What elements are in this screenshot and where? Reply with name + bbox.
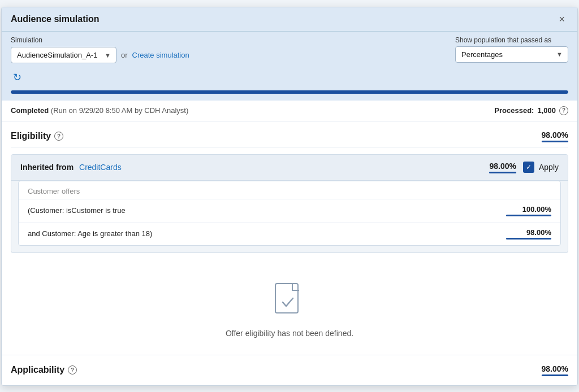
- eligibility-help-icon[interactable]: ?: [54, 132, 63, 141]
- population-label: Show population that passed as: [455, 36, 568, 44]
- status-text: Completed (Run on 9/29/20 8:50 AM by CDH…: [11, 106, 188, 115]
- simulation-select[interactable]: AudienceSimulation_A-1: [11, 47, 116, 63]
- refresh-bar: ↻: [2, 64, 577, 86]
- controls-bar: Simulation AudienceSimulation_A-1 ▼ or C…: [2, 32, 577, 64]
- eligibility-section-header: Eligibility ? 98.00%: [11, 121, 568, 147]
- simulation-select-wrapper: AudienceSimulation_A-1 ▼: [11, 47, 116, 63]
- create-simulation-link[interactable]: Create simulation: [132, 46, 189, 64]
- condition-text-1: (Customer: isCustomer is true: [28, 206, 126, 215]
- condition-value-wrapper-1: 100.00%: [506, 205, 551, 216]
- empty-state: Offer eligibility has not been defined.: [11, 260, 568, 355]
- condition-value-2: 98.00%: [506, 228, 551, 237]
- svg-rect-0: [275, 284, 298, 313]
- eligibility-title-text: Eligibility: [11, 131, 51, 141]
- eligibility-card: Inherited from CreditCards 98.00% ✓ Appl…: [11, 154, 568, 253]
- population-select[interactable]: Percentages Counts: [455, 46, 568, 63]
- applicability-section: Applicability ? 98.00%: [2, 355, 577, 385]
- condition-underline-1: [506, 215, 551, 216]
- processed-text: Processed: 1,000 ?: [494, 106, 568, 115]
- inherited-value-wrapper: 98.00%: [489, 162, 516, 173]
- processed-label: Processed:: [494, 106, 534, 115]
- status-detail: (Run on 9/29/20 8:50 AM by CDH Analyst): [51, 106, 189, 115]
- population-select-wrapper: Percentages Counts ▼: [455, 46, 568, 63]
- inherited-right-group: 98.00% ✓ Apply: [489, 162, 559, 173]
- eligibility-value: 98.00%: [542, 130, 568, 140]
- condition-text-2: and Customer: Age is greater than 18): [28, 229, 152, 238]
- processed-value: 1,000: [537, 106, 556, 115]
- progress-bar-background: [11, 90, 568, 94]
- applicability-help-icon[interactable]: ?: [68, 365, 77, 374]
- modal-title: Audience simulation: [11, 14, 99, 24]
- document-check-icon: [273, 282, 306, 322]
- content-area: Eligibility ? 98.00% Inherited from Cred…: [2, 121, 577, 355]
- applicability-value: 98.00%: [542, 364, 568, 373]
- status-row: Completed (Run on 9/29/20 8:50 AM by CDH…: [2, 101, 577, 121]
- simulation-selector-group: Simulation AudienceSimulation_A-1 ▼ or C…: [11, 36, 189, 64]
- close-button[interactable]: ×: [555, 13, 568, 25]
- applicability-title-group: Applicability ?: [11, 365, 77, 375]
- simulation-label: Simulation: [11, 36, 189, 44]
- applicability-underline: [542, 374, 568, 376]
- eligibility-value-wrapper: 98.00%: [542, 130, 568, 142]
- processed-help-icon[interactable]: ?: [559, 106, 568, 115]
- condition-row-1: (Customer: isCustomer is true 100.00%: [19, 199, 560, 223]
- conditions-block: Customer offers (Customer: isCustomer is…: [18, 181, 561, 246]
- progress-bar-fill: [11, 90, 568, 94]
- eligibility-title: Eligibility ?: [11, 131, 63, 141]
- apply-checkbox-icon[interactable]: ✓: [523, 162, 534, 173]
- condition-value-1: 100.00%: [506, 205, 551, 214]
- empty-state-text: Offer eligibility has not been defined.: [226, 329, 353, 338]
- refresh-button[interactable]: ↻: [11, 69, 24, 86]
- inherited-from-link[interactable]: CreditCards: [79, 163, 122, 172]
- condition-row-2: and Customer: Age is greater than 18) 98…: [19, 223, 560, 245]
- apply-label: Apply: [539, 163, 559, 172]
- inherited-label-group: Inherited from CreditCards: [20, 163, 122, 172]
- eligibility-underline: [542, 141, 568, 142]
- condition-value-wrapper-2: 98.00%: [506, 228, 551, 239]
- inherited-from-label: Inherited from: [20, 163, 74, 172]
- inherited-underline: [489, 172, 516, 173]
- status-completed-label: Completed: [11, 106, 49, 115]
- or-separator: or: [121, 46, 128, 64]
- inherited-row: Inherited from CreditCards 98.00% ✓ Appl…: [11, 155, 568, 181]
- population-selector-group: Show population that passed as Percentag…: [455, 36, 568, 63]
- applicability-value-wrapper: 98.00%: [542, 364, 568, 376]
- inherited-value: 98.00%: [489, 162, 516, 171]
- condition-underline-2: [506, 238, 551, 239]
- progress-container: [2, 86, 577, 101]
- conditions-group-label: Customer offers: [19, 181, 560, 199]
- audience-simulation-modal: Audience simulation × Simulation Audienc…: [1, 7, 578, 386]
- apply-checkbox-group: ✓ Apply: [523, 162, 559, 173]
- modal-header: Audience simulation ×: [2, 7, 577, 32]
- applicability-title-text: Applicability: [11, 365, 64, 375]
